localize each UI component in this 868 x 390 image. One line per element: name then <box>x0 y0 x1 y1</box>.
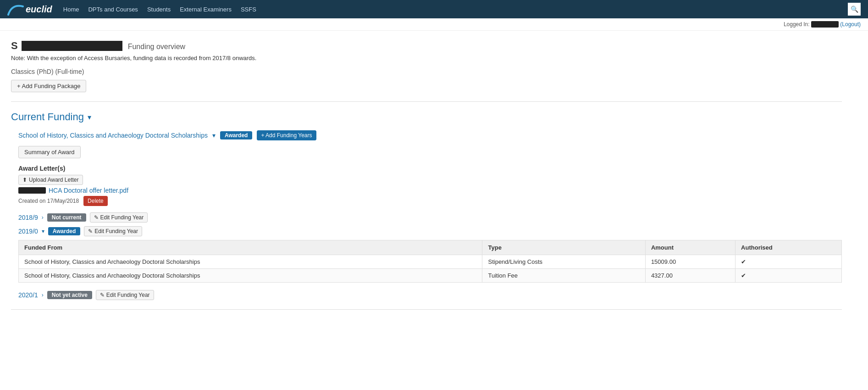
funding-package: School of History, Classics and Archaeol… <box>11 130 842 300</box>
table-row: School of History, Classics and Archaeol… <box>19 255 842 269</box>
amount-cell-2: 4327.00 <box>645 269 735 283</box>
funding-year-2020-link[interactable]: 2020/1 <box>18 291 38 299</box>
page-subtitle: Funding overview <box>128 43 185 51</box>
current-funding-title: Current Funding <box>11 111 84 123</box>
funding-package-header: School of History, Classics and Archaeol… <box>18 130 842 140</box>
funding-table-body: School of History, Classics and Archaeol… <box>19 255 842 283</box>
authorised-cell-2: ✔ <box>735 269 842 283</box>
funding-package-name-link[interactable]: School of History, Classics and Archaeol… <box>18 132 208 139</box>
funding-year-row-2020: 2020/1 › Not yet active ✎ Edit Funding Y… <box>18 290 842 300</box>
page-content: S Funding overview Note: With the except… <box>0 31 853 328</box>
programme-label: Classics (PhD) (Full-time) <box>11 68 842 75</box>
year-2019-dropdown-icon[interactable]: ▾ <box>42 228 44 234</box>
edit-funding-year-2018-button[interactable]: ✎ Edit Funding Year <box>90 212 148 223</box>
search-button[interactable]: 🔍 <box>848 3 861 16</box>
funded-from-cell-2: School of History, Classics and Archaeol… <box>19 269 482 283</box>
logo[interactable]: euclid <box>7 3 52 16</box>
edit-funding-year-2020-button[interactable]: ✎ Edit Funding Year <box>96 290 154 300</box>
delete-button[interactable]: Delete <box>83 196 108 206</box>
navbar: euclid Home DPTs and Courses Students Ex… <box>0 0 868 18</box>
edit-icon-2018: ✎ <box>94 214 99 221</box>
logged-in-user <box>811 21 839 28</box>
student-id-redacted <box>22 41 122 51</box>
upload-icon: ⬆ <box>22 177 27 183</box>
package-dropdown-icon[interactable]: ▾ <box>212 132 216 139</box>
package-status-badge: Awarded <box>220 131 252 139</box>
page-note: Note: With the exception of Access Bursa… <box>11 55 842 61</box>
student-initial: S <box>11 40 18 52</box>
nav-ssfs[interactable]: SSFS <box>241 6 256 13</box>
created-on-label: Created on 17/May/2018 Delete <box>18 196 842 206</box>
type-cell-1: Stipend/Living Costs <box>482 255 645 269</box>
award-letters-section: Award Letter(s) ⬆ Upload Award Letter HC… <box>18 165 842 206</box>
nav-dpts[interactable]: DPTs and Courses <box>88 6 138 13</box>
edit-funding-year-2018-label: Edit Funding Year <box>100 214 144 221</box>
award-letters-label: Award Letter(s) <box>18 165 842 172</box>
funding-year-row-2018: 2018/9 › Not current ✎ Edit Funding Year <box>18 212 842 223</box>
edit-funding-year-2020-label: Edit Funding Year <box>106 292 150 298</box>
table-row: School of History, Classics and Archaeol… <box>19 269 842 283</box>
col-authorised: Authorised <box>735 240 842 255</box>
chevron-down-icon[interactable]: ▾ <box>88 113 91 122</box>
search-icon: 🔍 <box>851 6 858 13</box>
col-amount: Amount <box>645 240 735 255</box>
logout-link[interactable]: (Logout) <box>840 21 861 28</box>
logo-text: euclid <box>26 4 52 15</box>
year-2020-arrow-icon: › <box>42 292 44 298</box>
col-type: Type <box>482 240 645 255</box>
funded-from-cell-1: School of History, Classics and Archaeol… <box>19 255 482 269</box>
add-funding-years-button[interactable]: + Add Funding Years <box>257 130 316 140</box>
year-2018-status-badge: Not current <box>47 213 86 222</box>
edit-funding-year-2019-button[interactable]: ✎ Edit Funding Year <box>84 226 142 236</box>
award-letter-file: HCA Doctoral offer letter.pdf <box>18 187 842 194</box>
award-letter-file-link[interactable]: HCA Doctoral offer letter.pdf <box>49 187 128 194</box>
summary-section: Summary of Award <box>18 146 842 158</box>
edit-funding-year-2019-label: Edit Funding Year <box>94 228 138 234</box>
col-funded-from: Funded From <box>19 240 482 255</box>
divider-1 <box>11 101 842 102</box>
authorised-cell-1: ✔ <box>735 255 842 269</box>
add-funding-package-button[interactable]: + Add Funding Package <box>11 80 86 92</box>
funding-year-2019-link[interactable]: 2019/0 <box>18 228 38 235</box>
student-id: S <box>11 40 122 52</box>
year-2018-arrow-icon: › <box>42 214 44 221</box>
summary-of-award-button[interactable]: Summary of Award <box>18 146 81 158</box>
edit-icon-2020: ✎ <box>100 292 105 298</box>
funding-table-header: Funded From Type Amount Authorised <box>19 240 842 255</box>
funding-year-2018-link[interactable]: 2018/9 <box>18 214 38 221</box>
divider-2 <box>11 309 842 310</box>
upload-award-letter-button[interactable]: ⬆ Upload Award Letter <box>18 175 83 185</box>
created-on-text: Created on 17/May/2018 <box>18 198 79 204</box>
funding-year-row-2019: 2019/0 ▾ Awarded ✎ Edit Funding Year <box>18 226 842 236</box>
nav-students[interactable]: Students <box>147 6 171 13</box>
logged-in-label: Logged In: <box>784 21 810 28</box>
top-bar: Logged In: (Logout) <box>0 18 868 31</box>
current-funding-heading: Current Funding ▾ <box>11 111 842 123</box>
nav-external-examiners[interactable]: External Examiners <box>180 6 232 13</box>
upload-award-letter-label: Upload Award Letter <box>29 177 79 183</box>
year-2020-status-badge: Not yet active <box>47 291 92 299</box>
nav-home[interactable]: Home <box>63 6 79 13</box>
page-header: S Funding overview <box>11 40 842 52</box>
file-prefix-redacted <box>18 187 46 194</box>
type-cell-2: Tuition Fee <box>482 269 645 283</box>
edit-icon-2019: ✎ <box>88 228 93 234</box>
year-2019-status-badge: Awarded <box>48 227 80 235</box>
funding-table-2019: Funded From Type Amount Authorised Schoo… <box>18 240 842 283</box>
amount-cell-1: 15009.00 <box>645 255 735 269</box>
navbar-links: Home DPTs and Courses Students External … <box>63 6 848 13</box>
